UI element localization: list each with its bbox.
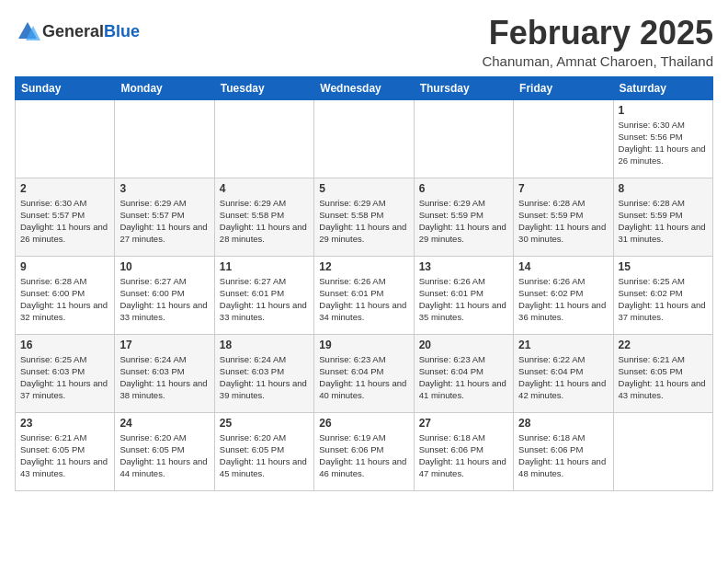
calendar-table: SundayMondayTuesdayWednesdayThursdayFrid… [15, 76, 713, 491]
week-row-3: 9Sunrise: 6:28 AM Sunset: 6:00 PM Daylig… [16, 256, 713, 334]
day-number: 11 [220, 260, 309, 273]
day-info: Sunrise: 6:29 AM Sunset: 5:57 PM Dayligh… [119, 197, 209, 246]
day-cell: 19Sunrise: 6:23 AM Sunset: 6:04 PM Dayli… [314, 334, 414, 412]
day-cell [16, 99, 115, 178]
day-info: Sunrise: 6:25 AM Sunset: 6:02 PM Dayligh… [619, 275, 708, 324]
week-row-5: 23Sunrise: 6:21 AM Sunset: 6:05 PM Dayli… [16, 412, 713, 490]
day-number: 24 [119, 417, 209, 430]
day-cell: 7Sunrise: 6:28 AM Sunset: 5:59 PM Daylig… [514, 178, 613, 256]
day-number: 23 [20, 417, 109, 430]
day-info: Sunrise: 6:27 AM Sunset: 6:00 PM Dayligh… [119, 275, 209, 324]
day-info: Sunrise: 6:29 AM Sunset: 5:58 PM Dayligh… [319, 197, 408, 246]
day-number: 4 [220, 182, 309, 195]
day-cell: 17Sunrise: 6:24 AM Sunset: 6:03 PM Dayli… [115, 334, 214, 412]
day-number: 13 [419, 260, 508, 273]
day-info: Sunrise: 6:30 AM Sunset: 5:56 PM Dayligh… [619, 119, 708, 167]
weekday-header-friday: Friday [514, 76, 613, 99]
day-info: Sunrise: 6:21 AM Sunset: 6:05 PM Dayligh… [619, 353, 708, 402]
day-cell: 16Sunrise: 6:25 AM Sunset: 6:03 PM Dayli… [16, 334, 115, 412]
day-cell [613, 412, 712, 490]
day-info: Sunrise: 6:29 AM Sunset: 5:58 PM Dayligh… [220, 197, 309, 246]
day-number: 27 [419, 417, 508, 430]
day-info: Sunrise: 6:28 AM Sunset: 5:59 PM Dayligh… [619, 197, 708, 246]
week-row-2: 2Sunrise: 6:30 AM Sunset: 5:57 PM Daylig… [16, 178, 713, 256]
day-cell: 6Sunrise: 6:29 AM Sunset: 5:59 PM Daylig… [414, 178, 513, 256]
day-number: 2 [20, 182, 109, 195]
day-number: 10 [119, 260, 209, 273]
day-cell [314, 99, 414, 178]
day-cell: 26Sunrise: 6:19 AM Sunset: 6:06 PM Dayli… [314, 412, 414, 490]
day-cell: 10Sunrise: 6:27 AM Sunset: 6:00 PM Dayli… [115, 256, 214, 334]
day-info: Sunrise: 6:29 AM Sunset: 5:59 PM Dayligh… [419, 197, 508, 246]
day-cell: 4Sunrise: 6:29 AM Sunset: 5:58 PM Daylig… [214, 178, 313, 256]
location-subtitle: Chanuman, Amnat Charoen, Thailand [482, 53, 713, 69]
day-cell [214, 99, 313, 178]
day-info: Sunrise: 6:20 AM Sunset: 6:05 PM Dayligh… [220, 431, 309, 480]
day-number: 25 [220, 417, 309, 430]
weekday-header-row: SundayMondayTuesdayWednesdayThursdayFrid… [16, 76, 713, 99]
day-cell: 18Sunrise: 6:24 AM Sunset: 6:03 PM Dayli… [214, 334, 313, 412]
day-cell: 24Sunrise: 6:20 AM Sunset: 6:05 PM Dayli… [115, 412, 214, 490]
day-number: 15 [619, 260, 708, 273]
month-title: February 2025 [482, 15, 713, 52]
day-number: 12 [319, 260, 408, 273]
day-number: 17 [119, 339, 209, 351]
day-number: 21 [518, 339, 608, 351]
day-info: Sunrise: 6:23 AM Sunset: 6:04 PM Dayligh… [319, 353, 408, 402]
day-number: 8 [619, 182, 708, 195]
day-cell: 28Sunrise: 6:18 AM Sunset: 6:06 PM Dayli… [514, 412, 613, 490]
day-info: Sunrise: 6:20 AM Sunset: 6:05 PM Dayligh… [119, 431, 209, 480]
logo-blue-text: Blue [104, 22, 140, 40]
logo: GeneralBlue [15, 18, 140, 44]
week-row-4: 16Sunrise: 6:25 AM Sunset: 6:03 PM Dayli… [16, 334, 713, 412]
weekday-header-monday: Monday [115, 76, 214, 99]
day-cell: 13Sunrise: 6:26 AM Sunset: 6:01 PM Dayli… [414, 256, 513, 334]
weekday-header-sunday: Sunday [16, 76, 115, 99]
day-info: Sunrise: 6:24 AM Sunset: 6:03 PM Dayligh… [220, 353, 309, 402]
day-info: Sunrise: 6:22 AM Sunset: 6:04 PM Dayligh… [518, 353, 608, 402]
day-cell: 5Sunrise: 6:29 AM Sunset: 5:58 PM Daylig… [314, 178, 414, 256]
day-info: Sunrise: 6:28 AM Sunset: 5:59 PM Dayligh… [518, 197, 608, 246]
day-info: Sunrise: 6:23 AM Sunset: 6:04 PM Dayligh… [419, 353, 508, 402]
day-cell: 15Sunrise: 6:25 AM Sunset: 6:02 PM Dayli… [613, 256, 712, 334]
day-number: 6 [419, 182, 508, 195]
day-cell: 2Sunrise: 6:30 AM Sunset: 5:57 PM Daylig… [16, 178, 115, 256]
day-number: 1 [619, 104, 708, 117]
day-cell [414, 99, 513, 178]
day-cell [514, 99, 613, 178]
day-info: Sunrise: 6:26 AM Sunset: 6:02 PM Dayligh… [518, 275, 608, 324]
weekday-header-thursday: Thursday [414, 76, 513, 99]
logo-general-text: General [42, 22, 104, 40]
title-area: February 2025 Chanuman, Amnat Charoen, T… [482, 15, 713, 69]
page-header: GeneralBlue February 2025 Chanuman, Amna… [15, 15, 713, 69]
day-number: 16 [20, 339, 109, 351]
day-cell: 23Sunrise: 6:21 AM Sunset: 6:05 PM Dayli… [16, 412, 115, 490]
day-cell: 27Sunrise: 6:18 AM Sunset: 6:06 PM Dayli… [414, 412, 513, 490]
day-cell [115, 99, 214, 178]
day-cell: 8Sunrise: 6:28 AM Sunset: 5:59 PM Daylig… [613, 178, 712, 256]
day-info: Sunrise: 6:18 AM Sunset: 6:06 PM Dayligh… [518, 431, 608, 480]
day-cell: 12Sunrise: 6:26 AM Sunset: 6:01 PM Dayli… [314, 256, 414, 334]
day-number: 9 [20, 260, 109, 273]
day-number: 26 [319, 417, 408, 430]
day-number: 18 [220, 339, 309, 351]
weekday-header-saturday: Saturday [613, 76, 712, 99]
day-info: Sunrise: 6:30 AM Sunset: 5:57 PM Dayligh… [20, 197, 109, 246]
day-cell: 9Sunrise: 6:28 AM Sunset: 6:00 PM Daylig… [16, 256, 115, 334]
day-cell: 25Sunrise: 6:20 AM Sunset: 6:05 PM Dayli… [214, 412, 313, 490]
day-info: Sunrise: 6:24 AM Sunset: 6:03 PM Dayligh… [119, 353, 209, 402]
day-cell: 14Sunrise: 6:26 AM Sunset: 6:02 PM Dayli… [514, 256, 613, 334]
day-info: Sunrise: 6:27 AM Sunset: 6:01 PM Dayligh… [220, 275, 309, 324]
day-number: 7 [518, 182, 608, 195]
day-number: 19 [319, 339, 408, 351]
logo-icon [15, 18, 40, 44]
day-cell: 20Sunrise: 6:23 AM Sunset: 6:04 PM Dayli… [414, 334, 513, 412]
day-info: Sunrise: 6:25 AM Sunset: 6:03 PM Dayligh… [20, 353, 109, 402]
day-number: 20 [419, 339, 508, 351]
day-cell: 22Sunrise: 6:21 AM Sunset: 6:05 PM Dayli… [613, 334, 712, 412]
day-cell: 3Sunrise: 6:29 AM Sunset: 5:57 PM Daylig… [115, 178, 214, 256]
weekday-header-tuesday: Tuesday [214, 76, 313, 99]
day-number: 22 [619, 339, 708, 351]
week-row-1: 1Sunrise: 6:30 AM Sunset: 5:56 PM Daylig… [16, 99, 713, 178]
day-info: Sunrise: 6:26 AM Sunset: 6:01 PM Dayligh… [419, 275, 508, 324]
